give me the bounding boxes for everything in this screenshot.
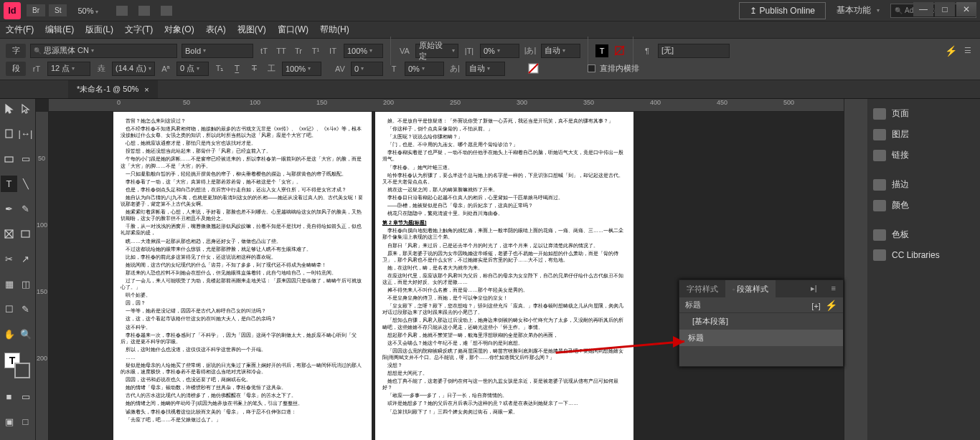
menu-view[interactable]: 视图(V) xyxy=(237,24,266,36)
horizontal-ruler[interactable]: 0 50 100 150 200 250 300 350 400 450 500 xyxy=(49,99,844,112)
vscale-input[interactable]: 100% xyxy=(344,44,383,58)
placeholder-tool[interactable]: ▭ xyxy=(17,150,34,167)
rectangle-frame-tool[interactable] xyxy=(1,226,17,242)
new-group-icon[interactable]: [+] xyxy=(811,302,821,310)
panel-layers[interactable]: 图层 xyxy=(870,124,977,145)
font-size-input[interactable]: 12 点 xyxy=(47,62,90,76)
scissors-tool[interactable]: ✂ xyxy=(1,251,17,267)
kerning-select[interactable]: 原始设定 xyxy=(415,44,458,58)
line-tool[interactable]: ╲ xyxy=(17,176,34,192)
aki-input[interactable]: 0% xyxy=(405,62,444,76)
hscale-input[interactable]: 100% xyxy=(282,62,321,76)
menu-layout[interactable]: 版面(L) xyxy=(85,24,113,36)
underline-icon[interactable]: T̲ xyxy=(230,62,243,75)
apply-none-icon[interactable]: ▭ xyxy=(17,388,34,405)
document-tab[interactable]: *未命名-1 @ 50% × xyxy=(68,80,158,98)
tatechuyoko-checkbox[interactable] xyxy=(588,64,595,72)
menu-type[interactable]: 文字(T) xyxy=(125,24,153,36)
panel-cc-libraries[interactable]: CC Libraries xyxy=(870,245,977,265)
paragraph-styles-panel[interactable]: 字符样式 ◦ 段落样式 ▸| ≡ 标题 [+] ⚡ [基本段落] 标题 xyxy=(679,279,844,367)
stroke-swatch[interactable] xyxy=(613,44,626,57)
type-tool[interactable]: T xyxy=(1,176,17,192)
para-style-select[interactable]: [无] xyxy=(658,44,730,58)
menu-object[interactable]: 对象(O) xyxy=(164,24,194,36)
tracking-input[interactable]: 0 xyxy=(351,62,383,76)
menu-file[interactable]: 文件(F) xyxy=(6,24,34,36)
fill-swatch[interactable]: T xyxy=(595,44,608,57)
style-item-basic[interactable]: [基本段落] xyxy=(679,313,843,330)
stroke-color-icon[interactable] xyxy=(14,363,30,378)
selection-tool[interactable] xyxy=(1,100,17,117)
panel-color[interactable]: 颜色 xyxy=(870,195,977,216)
apply-color-icon[interactable]: ■ xyxy=(1,388,17,405)
baseline-shift-input[interactable]: 0 点 xyxy=(176,62,209,76)
note-tool[interactable]: ☐ xyxy=(1,301,17,317)
clear-override-icon[interactable]: ⚡ xyxy=(825,300,837,311)
style-item-heading[interactable]: 标题 xyxy=(679,330,843,346)
close-tab-icon[interactable]: × xyxy=(144,85,149,94)
ruler-h-tick: 50 xyxy=(183,99,190,106)
quick-apply-icon[interactable]: ⚡ xyxy=(945,45,957,57)
menu-help[interactable]: 帮助(H) xyxy=(320,24,349,36)
zoom-level-select[interactable]: 50% xyxy=(77,6,98,15)
menu-table[interactable]: 表(A) xyxy=(206,24,226,36)
vertical-ruler[interactable]: 50 100 150 200 xyxy=(36,112,49,440)
para-styles-tab[interactable]: ◦ 段落样式 xyxy=(725,280,776,297)
menu-edit[interactable]: 编辑(E) xyxy=(45,24,74,36)
view-mode-preview[interactable]: □ xyxy=(17,413,34,430)
zoom-tool[interactable]: 🔍 xyxy=(17,326,34,343)
superscript-icon[interactable]: T¹ xyxy=(309,44,322,57)
gradient-feather-tool[interactable]: ◫ xyxy=(17,276,34,292)
page-spread-left[interactable]: 首留？她怎么来到这设过？也不经李桂春不知道风君相何物，她接触的最多的古书戏文无非… xyxy=(113,112,372,440)
bridge-button[interactable]: Br xyxy=(27,4,45,16)
view-option-icon-1[interactable] xyxy=(116,6,128,16)
all-caps-icon[interactable]: TT xyxy=(275,44,288,57)
panel-swatches[interactable]: 色板 xyxy=(870,224,977,245)
gap-tool[interactable]: |↔| xyxy=(17,125,34,142)
grid-select[interactable]: 自动 xyxy=(541,44,580,58)
menu-window[interactable]: 窗口(W) xyxy=(278,24,308,36)
direct-selection-tool[interactable] xyxy=(17,100,34,117)
tsume-input[interactable]: 0% xyxy=(480,44,519,58)
panel-menu-icon[interactable]: ☰ xyxy=(961,44,974,57)
fill-stroke-control[interactable]: T xyxy=(1,351,34,380)
panel-links[interactable]: 链接 xyxy=(870,145,977,166)
subscript-icon[interactable]: T₁ xyxy=(213,62,226,75)
close-button[interactable]: ✕ xyxy=(956,2,976,16)
leading-input[interactable]: (14.4 点) xyxy=(112,62,155,76)
panel-menu-icon[interactable]: ≡ xyxy=(824,280,843,297)
page-spread-right[interactable]: 娘。不是放自平是惊疑道：「外面说你受了新做一心弄死，我还当是开玩笑，真不是真的骤… xyxy=(375,112,633,440)
font-family-select[interactable]: 思源黑体 CN xyxy=(30,44,177,58)
stock-button[interactable]: St xyxy=(49,4,67,16)
view-option-icon-2[interactable] xyxy=(138,6,150,16)
no-format-icon[interactable] xyxy=(527,62,540,75)
canvas-area[interactable]: 0 50 100 150 200 250 300 350 400 450 500… xyxy=(36,99,844,440)
eyedropper-tool[interactable]: ✎ xyxy=(17,301,34,317)
gradient-swatch-tool[interactable]: ▦ xyxy=(1,276,17,292)
free-transform-tool[interactable]: ↗ xyxy=(17,251,34,267)
pen-tool[interactable]: ✒ xyxy=(1,201,17,217)
minimize-button[interactable]: — xyxy=(913,2,933,16)
para-mode-button[interactable]: 段 xyxy=(6,62,26,76)
small-caps-icon[interactable]: Tr xyxy=(292,44,305,57)
content-collector-tool[interactable] xyxy=(1,150,17,167)
hand-tool[interactable]: ✋ xyxy=(1,326,17,343)
font-weight-select[interactable]: Bold xyxy=(182,44,253,58)
workspace-switcher[interactable]: 基本功能 xyxy=(837,4,880,16)
char-styles-tab[interactable]: 字符样式 xyxy=(679,280,725,297)
panel-pages[interactable]: 页面 xyxy=(870,103,977,124)
panel-stroke[interactable]: 描边 xyxy=(870,174,977,195)
rectangle-tool[interactable] xyxy=(17,226,34,242)
view-mode-normal[interactable]: ▣ xyxy=(1,413,17,430)
view-option-icon-3[interactable] xyxy=(161,6,172,16)
panel-collapse-icon[interactable]: ▸| xyxy=(804,280,824,297)
char-mode-button[interactable]: 字 xyxy=(6,44,26,58)
toolbox: |↔| ▭ T ╲ ✒ ✎ ✂ ↗ ▦ ◫ ☐ ✎ ✋ 🔍 T ■ ▭ ▣ □ xyxy=(0,99,36,440)
maximize-button[interactable]: □ xyxy=(935,2,955,16)
strikethrough-icon[interactable]: T̶ xyxy=(248,62,260,75)
dock-strip[interactable] xyxy=(844,99,867,440)
pencil-tool[interactable]: ✎ xyxy=(17,201,34,217)
page-tool[interactable] xyxy=(1,125,17,142)
publish-online-button[interactable]: ↥ Publish Online xyxy=(739,2,826,19)
grid2-select[interactable]: 自动 xyxy=(466,62,505,76)
